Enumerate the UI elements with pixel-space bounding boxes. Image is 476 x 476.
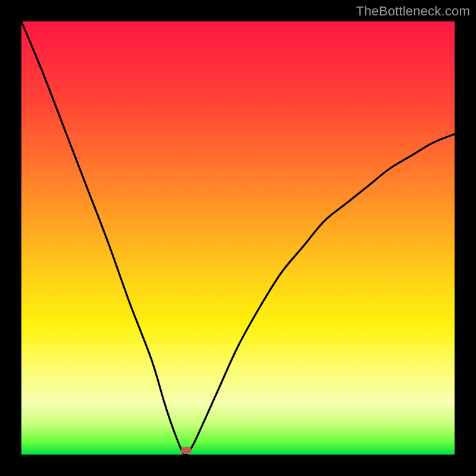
bottleneck-curve bbox=[21, 21, 455, 455]
minimum-marker bbox=[181, 447, 192, 454]
watermark-text: TheBottleneck.com bbox=[356, 4, 470, 19]
curve-layer bbox=[21, 21, 455, 455]
plot-area bbox=[21, 21, 455, 455]
chart-frame: TheBottleneck.com bbox=[0, 0, 476, 476]
